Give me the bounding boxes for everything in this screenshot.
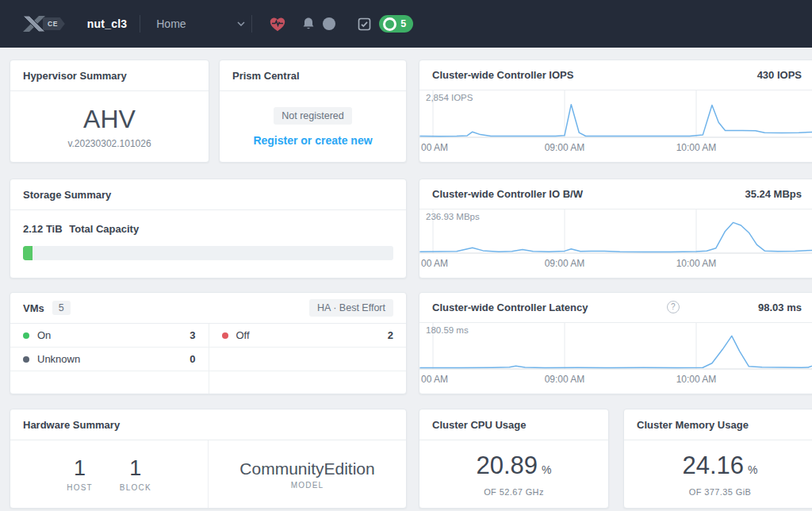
x-tick-label: 00 AM (421, 142, 448, 153)
io-bw-line-chart: 236.93 MBps (419, 209, 812, 255)
x-tick-label: 10:00 AM (676, 374, 717, 385)
empty-cell (209, 371, 407, 394)
storage-used-fill (23, 246, 33, 260)
cpu-usage-percent: 20.89 (476, 451, 538, 480)
card-header: Cluster-wide Controller Latency ? 98.03 … (419, 293, 812, 323)
vms-card: VMs 5 HA · Best Effort On 3 Off 2 Unknow… (10, 292, 407, 394)
percent-unit: % (748, 463, 757, 476)
red-dot-icon (222, 332, 228, 339)
card-title: Cluster Memory Usage (637, 419, 749, 431)
empty-cell (10, 371, 209, 394)
card-header: VMs 5 HA · Best Effort (10, 293, 406, 324)
nutanix-x-icon (22, 13, 46, 34)
nutanix-logo (22, 13, 46, 34)
stat-label: Off (236, 329, 250, 341)
controller-iops-chart-card: Cluster-wide Controller IOPS 430 IOPS 2,… (419, 60, 812, 163)
card-header: Storage Summary (10, 179, 406, 210)
x-tick-label: 00 AM (421, 258, 448, 269)
tasks-badge[interactable]: 5 (379, 15, 413, 33)
hypervisor-type: AHV (83, 105, 136, 134)
stat-label: On (37, 329, 51, 341)
ce-badge: CE (43, 17, 65, 30)
memory-usage-percent: 24.16 (682, 451, 744, 480)
card-header: Cluster-wide Controller IOPS 430 IOPS (419, 60, 812, 90)
card-title: Hypervisor Summary (23, 70, 127, 82)
topbar-divider (140, 15, 140, 33)
register-prism-central-link[interactable]: Register or create new (253, 134, 372, 147)
stat-label: Unknown (37, 353, 80, 365)
tasks-count: 5 (400, 18, 406, 29)
block-count-stat: 1 BLOCK (120, 456, 151, 492)
ha-status-badge: HA · Best Effort (309, 299, 393, 317)
prism-dashboard: CE nut_cl3 Home (0, 0, 812, 511)
topbar: CE nut_cl3 Home (0, 0, 812, 48)
tasks-checklist-icon[interactable] (358, 17, 371, 31)
memory-capacity-note: OF 377.35 GiB (689, 487, 752, 497)
vms-stats-grid: On 3 Off 2 Unknown 0 (10, 324, 406, 394)
card-header: Prism Central (220, 60, 406, 91)
y-axis-max-label: 180.59 ms (426, 325, 469, 335)
card-title: Storage Summary (23, 189, 111, 201)
chart-title: Cluster-wide Controller IO B/W (432, 188, 583, 200)
x-tick-label: 00 AM (421, 374, 448, 385)
y-axis-max-label: 236.93 MBps (426, 212, 480, 221)
card-header: Hardware Summary (10, 409, 406, 440)
controller-latency-chart-card: Cluster-wide Controller Latency ? 98.03 … (419, 292, 812, 394)
green-dot-icon (23, 332, 29, 339)
vms-unknown-stat[interactable]: Unknown 0 (10, 348, 209, 371)
cluster-memory-usage-card: Cluster Memory Usage 24.16 % OF 377.35 G… (623, 409, 812, 509)
model-label: MODEL (291, 481, 324, 490)
chart-current-value: 35.24 MBps (745, 188, 802, 200)
presence-circle-icon[interactable] (323, 17, 335, 30)
ring-icon (383, 17, 396, 31)
model-stat: CommunityEdition MODEL (239, 459, 374, 490)
iops-line-chart: 2,854 IOPS (419, 90, 812, 139)
vms-on-stat[interactable]: On 3 (10, 324, 209, 348)
x-tick-label: 10:00 AM (676, 258, 717, 269)
hardware-summary-card: Hardware Summary 1 HOST 1 BLOCK Communit… (10, 409, 407, 509)
vms-off-stat[interactable]: Off 2 (209, 324, 407, 348)
storage-capacity-bar (23, 246, 393, 260)
chart-current-value: 430 IOPS (757, 69, 802, 81)
card-header: Hypervisor Summary (10, 60, 209, 91)
host-count-stat: 1 HOST (67, 456, 93, 492)
storage-summary-card: Storage Summary 2.12 TiB Total Capacity (10, 179, 407, 279)
capacity-label: Total Capacity (69, 223, 139, 235)
chart-canvas (419, 323, 812, 370)
hypervisor-version: v.20230302.101026 (67, 138, 151, 149)
chart-line (419, 222, 812, 252)
nav-menu-home[interactable]: Home (156, 17, 245, 30)
status-badge: Not registered (274, 107, 352, 125)
capacity-text: 2.12 TiB Total Capacity (23, 223, 393, 235)
chart-title: Cluster-wide Controller Latency (432, 302, 588, 313)
controller-io-bw-chart-card: Cluster-wide Controller IO B/W 35.24 MBp… (419, 179, 812, 279)
percent-unit: % (542, 463, 551, 476)
cluster-name[interactable]: nut_cl3 (87, 17, 127, 30)
card-header: Cluster CPU Usage (419, 409, 608, 440)
x-tick-label: 09:00 AM (545, 374, 585, 385)
topbar-divider (251, 15, 252, 33)
chart-line (419, 104, 812, 136)
help-question-icon[interactable]: ? (667, 301, 680, 313)
stat-value: 0 (190, 353, 195, 365)
card-title: Cluster CPU Usage (432, 419, 526, 431)
block-count: 1 (129, 456, 141, 481)
x-axis-labels: 00 AM09:00 AM10:00 AM (419, 139, 812, 154)
card-title: Prism Central (232, 70, 300, 82)
model-name: CommunityEdition (239, 459, 374, 478)
x-axis-labels: 00 AM09:00 AM10:00 AM (419, 255, 812, 270)
alerts-bell-icon[interactable] (301, 17, 316, 31)
cpu-capacity-note: OF 52.67 GHz (484, 487, 544, 497)
empty-cell (209, 348, 407, 371)
chart-current-value: 98.03 ms (758, 302, 802, 313)
vms-count-badge[interactable]: 5 (52, 301, 71, 315)
x-tick-label: 09:00 AM (545, 142, 585, 153)
health-heart-icon[interactable] (268, 15, 287, 33)
card-title: Hardware Summary (23, 419, 120, 431)
x-tick-label: 10:00 AM (676, 142, 717, 153)
nav-menu-label: Home (156, 17, 186, 30)
block-label: BLOCK (120, 483, 151, 492)
chart-canvas (419, 90, 812, 138)
capacity-value: 2.12 TiB (23, 223, 63, 235)
card-header: Cluster Memory Usage (624, 409, 812, 440)
